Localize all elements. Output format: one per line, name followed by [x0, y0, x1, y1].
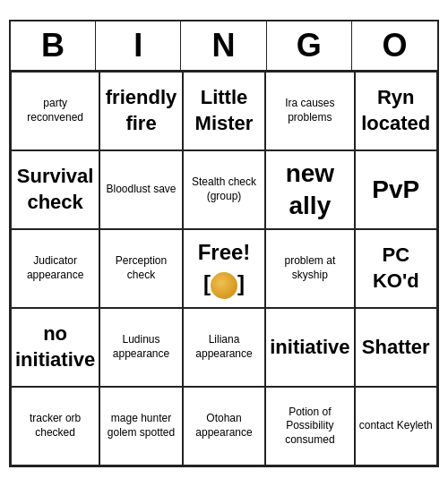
cell-5[interactable]: Survival check — [11, 150, 99, 229]
cell-20-text: tracker orb checked — [15, 412, 95, 440]
header-o: O — [352, 21, 437, 72]
cell-1[interactable]: friendly fire — [99, 72, 183, 150]
cell-4[interactable]: Ryn located — [355, 72, 438, 150]
cell-0[interactable]: party reconvened — [11, 72, 99, 150]
cell-9[interactable]: PvP — [355, 150, 438, 229]
cell-20[interactable]: tracker orb checked — [11, 387, 99, 466]
cell-1-text: friendly fire — [104, 85, 178, 136]
cell-14-text: PC KO'd — [359, 243, 434, 294]
cell-0-text: party reconvened — [15, 97, 95, 124]
cell-4-text: Ryn located — [359, 85, 434, 136]
cell-17-text: Liliana appearance — [187, 333, 262, 361]
cell-10[interactable]: Judicator appearance — [11, 229, 99, 308]
cell-17[interactable]: Liliana appearance — [183, 308, 266, 387]
cell-18[interactable]: initiative — [265, 308, 354, 387]
cell-15[interactable]: no initiative — [11, 308, 99, 387]
cell-19-text: Shatter — [362, 335, 430, 361]
cell-7[interactable]: Stealth check (group) — [183, 150, 266, 229]
cell-15-text: no initiative — [15, 321, 95, 372]
cell-11[interactable]: Perception check — [99, 229, 183, 308]
cell-5-text: Survival check — [15, 164, 95, 215]
cell-12-free[interactable]: Free! [] — [183, 229, 266, 308]
cell-16[interactable]: Ludinus appearance — [99, 308, 183, 387]
cell-3[interactable]: Ira causes problems — [265, 72, 354, 150]
free-cell-inner: Free! [] — [198, 238, 251, 298]
cell-24-text: contact Keyleth — [359, 419, 433, 433]
cell-13[interactable]: problem at skyship — [265, 229, 354, 308]
cell-2-text: Little Mister — [187, 85, 262, 136]
cell-10-text: Judicator appearance — [15, 254, 95, 282]
cell-6[interactable]: Bloodlust save — [99, 150, 183, 229]
cell-23-text: Potion of Possibility consumed — [270, 406, 349, 448]
cell-22-text: Otohan appearance — [187, 412, 262, 440]
free-bracket-open: [ — [203, 269, 211, 297]
header-i: I — [96, 21, 181, 72]
cell-3-text: Ira causes problems — [270, 97, 349, 124]
moon-icon — [211, 272, 237, 299]
header-g: G — [267, 21, 352, 72]
free-bracket-close: ] — [237, 269, 245, 297]
cell-24[interactable]: contact Keyleth — [355, 387, 438, 466]
cell-7-text: Stealth check (group) — [187, 175, 262, 203]
cell-23[interactable]: Potion of Possibility consumed — [265, 387, 354, 466]
cell-6-text: Bloodlust save — [106, 183, 176, 197]
bingo-header: B I N G O — [11, 21, 437, 72]
cell-21[interactable]: mage hunter golem spotted — [99, 387, 183, 466]
cell-18-text: initiative — [270, 335, 349, 361]
cell-9-text: PvP — [372, 174, 419, 206]
cell-19[interactable]: Shatter — [355, 308, 438, 387]
cell-13-text: problem at skyship — [270, 254, 349, 282]
cell-2[interactable]: Little Mister — [183, 72, 266, 150]
cell-11-text: Perception check — [104, 254, 178, 282]
cell-22[interactable]: Otohan appearance — [183, 387, 266, 466]
cell-8[interactable]: new ally — [265, 150, 354, 229]
cell-14[interactable]: PC KO'd — [355, 229, 438, 308]
free-text: Free! — [198, 238, 251, 266]
cell-21-text: mage hunter golem spotted — [104, 412, 178, 440]
cell-16-text: Ludinus appearance — [104, 333, 178, 361]
bingo-grid: party reconvened friendly fire Little Mi… — [11, 72, 437, 466]
cell-8-text: new ally — [270, 158, 349, 223]
header-n: N — [181, 21, 266, 72]
bingo-card: B I N G O party reconvened friendly fire… — [9, 20, 439, 467]
header-b: B — [11, 21, 96, 72]
